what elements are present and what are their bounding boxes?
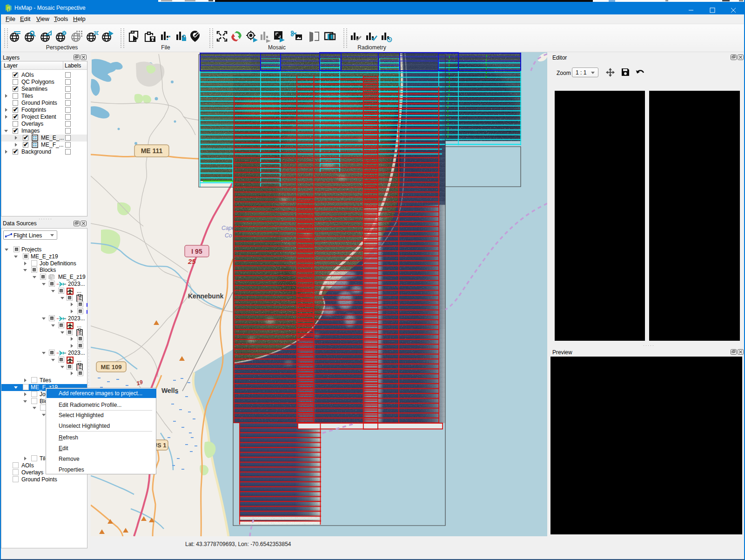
svg-text:Co: Co	[225, 232, 232, 239]
svg-text:I 95: I 95	[191, 248, 202, 255]
svg-text:19: 19	[136, 378, 144, 387]
svg-text:ME 111: ME 111	[141, 147, 163, 155]
svg-text:25: 25	[188, 257, 196, 265]
svg-text:Kennebunk: Kennebunk	[188, 292, 223, 300]
svg-text:Wells: Wells	[161, 387, 179, 394]
svg-text:3D: 3D	[94, 30, 99, 36]
svg-text:ME 109: ME 109	[101, 364, 122, 371]
